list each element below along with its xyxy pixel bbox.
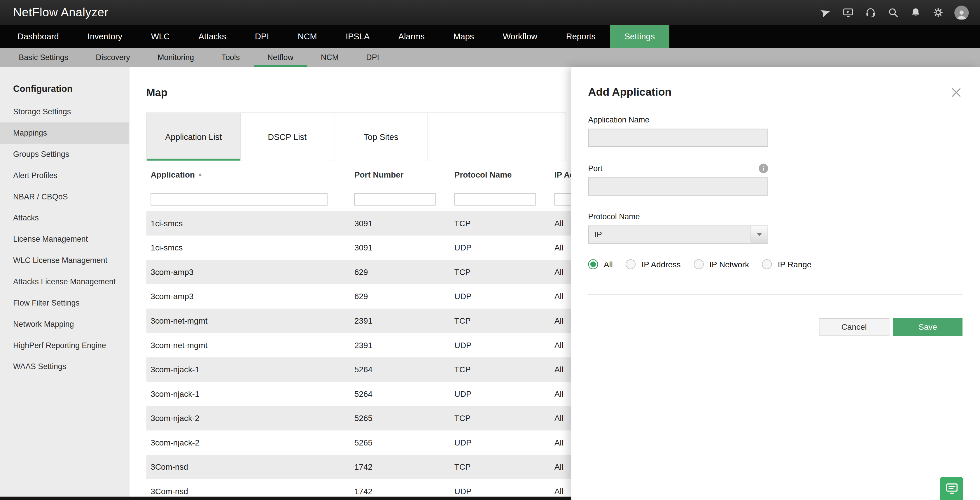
radio-label: All [604,259,613,269]
protocol-name-label-row: Protocol Name [588,213,768,221]
table-cell: 3com-njack-1 [146,389,350,398]
launch-icon[interactable] [819,7,831,19]
table-cell: 3com-njack-2 [146,438,350,447]
sidebar-item-waas-settings[interactable]: WAAS Settings [0,356,129,377]
nav-item-dpi[interactable]: DPI [240,25,283,48]
save-button[interactable]: Save [893,318,963,336]
topbar-icons [819,5,980,19]
tab-top-sites[interactable]: Top Sites [334,113,428,160]
radio-button[interactable] [694,259,704,269]
gear-icon[interactable] [932,7,944,19]
table-cell: TCP [450,316,550,325]
nav-item-inventory[interactable]: Inventory [73,25,137,48]
port-label: Port [588,164,602,173]
radio-button[interactable] [626,259,636,269]
filter-input-protocol-name[interactable] [454,193,536,206]
table-cell: 5265 [350,414,450,423]
table-cell: 2391 [350,316,450,325]
table-cell: UDP [450,243,550,252]
sidebar-item-wlc-license-management[interactable]: WLC License Management [0,250,129,271]
radio-label: IP Address [642,259,681,269]
subnav-item-ncm[interactable]: NCM [307,48,352,67]
sidebar-item-flow-filter-settings[interactable]: Flow Filter Settings [0,292,129,314]
subnav-item-netflow[interactable]: Netflow [253,48,307,67]
filter-cell [146,193,350,206]
sidebar-item-attacks-license-management[interactable]: Attacks License Management [0,271,129,292]
table-cell: TCP [450,365,550,374]
protocol-select-value: IP [594,230,602,240]
application-name-input[interactable] [588,129,768,147]
sort-asc-icon[interactable]: ▴ [199,171,202,177]
nav-item-wlc[interactable]: WLC [137,25,184,48]
radio-button[interactable] [588,259,598,269]
info-icon[interactable]: i [759,163,768,173]
subnav-item-tools[interactable]: Tools [208,48,253,67]
content-area: Configuration Storage SettingsMappingsGr… [0,67,980,500]
close-icon[interactable] [950,86,963,98]
nav-item-dashboard[interactable]: Dashboard [3,25,73,48]
sidebar-item-nbar-cbqos[interactable]: NBAR / CBQoS [0,186,129,208]
app-title: NetFlow Analyzer [0,6,108,19]
radio-label: IP Range [778,259,812,269]
radio-button[interactable] [762,259,772,269]
table-cell: TCP [450,219,550,228]
nav-item-ipsla[interactable]: IPSLA [331,25,384,48]
table-cell: 3091 [350,243,450,252]
nav-item-attacks[interactable]: Attacks [184,25,240,48]
nav-item-reports[interactable]: Reports [552,25,610,48]
table-cell: 3Com-nsd [146,487,350,496]
table-cell: 3com-amp3 [146,267,350,277]
chevron-down-icon [757,233,762,236]
port-input[interactable] [588,178,768,195]
sidebar-item-groups-settings[interactable]: Groups Settings [0,144,129,165]
screen-share-icon[interactable] [842,7,854,19]
subnav-item-dpi[interactable]: DPI [352,48,393,67]
main-nav: DashboardInventoryWLCAttacksDPINCMIPSLAA… [0,25,980,48]
protocol-select-dropdown-button[interactable] [751,226,768,243]
bell-icon[interactable] [909,7,921,19]
column-header-protocol-name[interactable]: Protocol Name [450,170,550,179]
column-header-label: Application [151,170,195,179]
filter-cell [450,193,550,206]
subnav-item-discovery[interactable]: Discovery [82,48,144,67]
nav-item-ncm[interactable]: NCM [283,25,331,48]
user-avatar[interactable] [955,5,969,19]
filter-input-port-number[interactable] [355,193,436,206]
sidebar-item-highperf-reporting-engine[interactable]: HighPerf Reporting Engine [0,335,129,356]
table-cell: 2391 [350,341,450,350]
radio-ip-address[interactable]: IP Address [626,259,681,269]
headset-icon[interactable] [864,7,877,19]
subnav-item-basic-settings[interactable]: Basic Settings [5,48,82,67]
panel-title: Add Application [588,86,671,99]
chat-button[interactable] [940,477,963,500]
sidebar-item-attacks[interactable]: Attacks [0,207,129,229]
sidebar-item-network-mapping[interactable]: Network Mapping [0,314,129,335]
cancel-button[interactable]: Cancel [819,318,889,336]
protocol-select[interactable]: IP [588,225,768,244]
sub-nav: Basic SettingsDiscoveryMonitoringToolsNe… [0,48,980,67]
tab-dscp-list[interactable]: DSCP List [240,113,334,160]
column-header-application[interactable]: Application▴ [146,170,350,179]
nav-item-workflow[interactable]: Workflow [488,25,552,48]
nav-item-maps[interactable]: Maps [439,25,488,48]
subnav-item-monitoring[interactable]: Monitoring [144,48,208,67]
sidebar-heading: Configuration [0,67,129,101]
sidebar-item-storage-settings[interactable]: Storage Settings [0,101,129,122]
table-cell: UDP [450,438,550,447]
sidebar-item-mappings[interactable]: Mappings [0,122,129,144]
nav-item-alarms[interactable]: Alarms [384,25,439,48]
table-cell: 5265 [350,438,450,447]
table-cell: 629 [350,267,450,277]
filter-input-application[interactable] [151,193,327,206]
sidebar-item-alert-profiles[interactable]: Alert Profiles [0,165,129,186]
table-cell: 3com-njack-1 [146,365,350,374]
column-header-port-number[interactable]: Port Number [350,170,450,179]
sidebar-item-license-management[interactable]: License Management [0,229,129,250]
nav-item-settings[interactable]: Settings [610,25,669,48]
search-icon[interactable] [887,7,899,19]
table-cell: TCP [450,414,550,423]
radio-all[interactable]: All [588,259,613,269]
radio-ip-range[interactable]: IP Range [762,259,811,269]
tab-application-list[interactable]: Application List [147,113,240,160]
radio-ip-network[interactable]: IP Network [694,259,749,269]
